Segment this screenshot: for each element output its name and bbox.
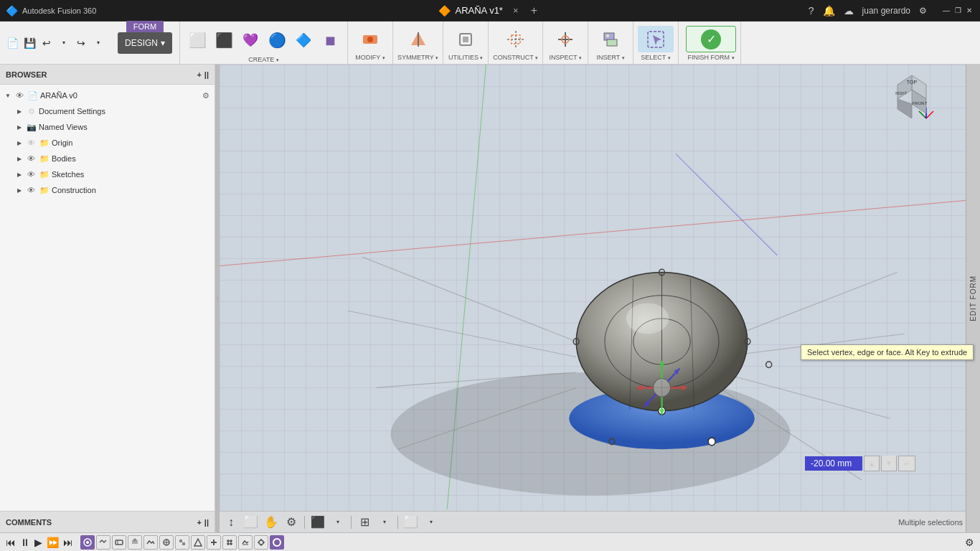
sk-arrow[interactable]: ▶	[14, 169, 24, 179]
redo-btn[interactable]: ↪	[73, 35, 89, 51]
nv-arrow[interactable]: ▶	[14, 122, 24, 132]
select-btn[interactable]	[638, 26, 674, 52]
svg-point-84	[259, 540, 263, 545]
tree-doc-settings[interactable]: ▶ ⚙ Document Settings	[0, 103, 215, 119]
minimize-btn[interactable]: —	[941, 6, 951, 16]
root-arrow[interactable]: ▼	[3, 90, 13, 100]
bod-arrow[interactable]: ▶	[14, 154, 24, 164]
browser-collapse-btn[interactable]: ||	[204, 70, 209, 79]
create-quad-btn[interactable]: 🔷	[291, 26, 316, 55]
inspect-btn[interactable]	[547, 26, 583, 52]
anim-prev-frame-btn[interactable]: ⏸	[20, 537, 30, 548]
grid-btn[interactable]: ⊞	[356, 514, 373, 531]
anim-play-btn[interactable]: ▶	[34, 537, 42, 548]
construct-btn[interactable]	[498, 26, 534, 52]
con-vis[interactable]: 👁	[25, 184, 37, 196]
timeline-icon-11[interactable]	[238, 535, 253, 550]
form-tab[interactable]: FORM	[126, 21, 164, 32]
sk-vis[interactable]: 👁	[25, 169, 37, 180]
construct-label: CONSTRUCT ▾	[493, 54, 538, 61]
value-field[interactable]	[805, 456, 862, 471]
orbit-btn[interactable]: ↕	[222, 514, 240, 531]
look-at-btn[interactable]: ⚙	[283, 514, 300, 531]
timeline-icon-12[interactable]	[254, 535, 268, 550]
create-plane-btn[interactable]: ◼	[317, 26, 343, 55]
svg-rect-67	[116, 540, 123, 545]
create-cyl-btn[interactable]: 💜	[237, 26, 263, 55]
root-vis[interactable]: 👁	[14, 90, 25, 101]
notifications-icon[interactable]: 🔔	[823, 5, 835, 17]
timeline-icon-10[interactable]	[222, 535, 237, 550]
add-tab-btn[interactable]: +	[527, 4, 542, 18]
root-settings[interactable]: ⚙	[200, 90, 212, 101]
close-tab-btn[interactable]: ×	[513, 5, 519, 16]
value-up-btn[interactable]: ▲	[864, 456, 880, 471]
timeline-icon-9[interactable]	[207, 535, 221, 550]
tree-origin[interactable]: ▶ 👁 📁 Origin	[0, 135, 215, 151]
close-btn[interactable]: ✕	[964, 6, 974, 16]
browser-title: BROWSER	[6, 70, 47, 79]
tree-named-views[interactable]: ▶ 📷 Named Views	[0, 119, 215, 135]
anim-next-btn[interactable]: ⏭	[63, 537, 73, 548]
view-cube-btn[interactable]: ⬜	[402, 514, 420, 531]
ori-vis[interactable]: 👁	[25, 137, 37, 149]
file-title: ARAÑA v1*	[455, 5, 502, 16]
value-confirm-btn[interactable]: ↵	[898, 456, 915, 471]
new-btn[interactable]: 📄	[4, 35, 20, 51]
grid-arrow[interactable]: ▾	[376, 514, 393, 531]
modify-btn[interactable]	[352, 26, 388, 52]
viewport[interactable]: Select vertex, edge or face. Alt Key to …	[220, 65, 980, 532]
restore-btn[interactable]: ❐	[953, 6, 963, 16]
timeline-settings-btn[interactable]: ⚙	[965, 537, 974, 548]
tree-construction[interactable]: ▶ 👁 📁 Construction	[0, 182, 215, 198]
edit-form-panel[interactable]: EDIT FORM	[966, 65, 980, 532]
timeline-icon-3[interactable]	[112, 535, 126, 550]
pan-btn[interactable]: ✋	[263, 514, 280, 531]
create-box-btn[interactable]: ⬜	[184, 26, 210, 55]
timeline-icon-8[interactable]	[191, 535, 205, 550]
comments-add-btn[interactable]: +	[197, 518, 201, 527]
timeline-icon-6[interactable]	[159, 535, 174, 550]
timeline-icon-1[interactable]	[80, 535, 95, 550]
value-down-btn[interactable]: ▼	[881, 456, 897, 471]
finish-form-btn[interactable]: ✓	[686, 26, 736, 52]
timeline-icon-7[interactable]	[175, 535, 189, 550]
tree-bodies[interactable]: ▶ 👁 📁 Bodies	[0, 151, 215, 166]
anim-next-frame-btn[interactable]: ⏩	[47, 537, 59, 548]
cloud-icon[interactable]: ☁	[844, 5, 854, 17]
settings-icon[interactable]: ⚙	[919, 6, 927, 16]
undo-btn[interactable]: ↩	[39, 35, 55, 51]
ori-arrow[interactable]: ▶	[14, 138, 24, 148]
tooltip: Select vertex, edge or face. Alt Key to …	[801, 344, 974, 360]
redo-arrow[interactable]: ▾	[90, 35, 106, 51]
display-mode-btn[interactable]: ⬛	[309, 514, 326, 531]
tree-sketches[interactable]: ▶ 👁 📁 Sketches	[0, 166, 215, 182]
bod-vis[interactable]: 👁	[25, 153, 37, 164]
browser-add-btn[interactable]: +	[197, 70, 201, 79]
design-btn[interactable]: DESIGN ▾	[118, 32, 172, 54]
user-name[interactable]: juan gerardo	[862, 6, 910, 16]
create-sphere-btn[interactable]: ⬛	[211, 26, 237, 55]
anim-prev-btn[interactable]: ⏮	[6, 537, 16, 548]
svg-text:RIGHT: RIGHT	[895, 91, 907, 95]
timeline-icon-5[interactable]	[143, 535, 158, 550]
view-arrow[interactable]: ▾	[423, 514, 440, 531]
save-btn[interactable]: 💾	[22, 35, 37, 51]
undo-arrow[interactable]: ▾	[56, 35, 72, 51]
snap-btn[interactable]: ⬜	[242, 514, 260, 531]
timeline-icon-4[interactable]	[128, 535, 142, 550]
timeline-icon-13[interactable]	[270, 535, 284, 550]
tree-root[interactable]: ▼ 👁 📄 ARAÑA v0 ⚙	[0, 88, 215, 103]
insert-btn[interactable]	[593, 26, 628, 52]
doc-arrow[interactable]: ▶	[14, 106, 24, 116]
con-arrow[interactable]: ▶	[14, 185, 24, 195]
sep3	[397, 516, 398, 529]
create-torus-btn[interactable]: 🔵	[264, 26, 290, 55]
help-icon[interactable]: ?	[809, 5, 814, 17]
display-arrow[interactable]: ▾	[329, 514, 347, 531]
utilities-btn[interactable]	[448, 26, 484, 52]
comments-collapse-btn[interactable]: ||	[204, 518, 209, 527]
symmetry-btn[interactable]	[400, 26, 436, 52]
timeline-icon-2[interactable]	[96, 535, 110, 550]
nav-cube[interactable]: TOP FRONT RIGHT	[887, 72, 937, 122]
